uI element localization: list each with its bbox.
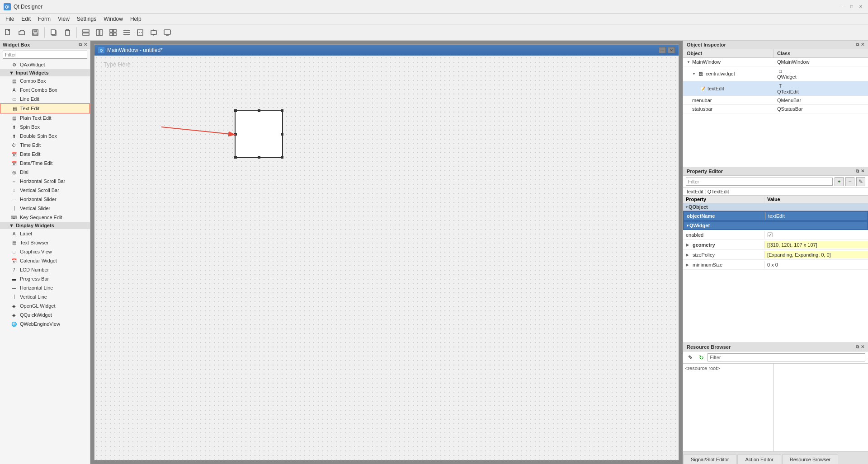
widget-item-v-scrollbar[interactable]: ↕ Vertical Scroll Bar — [0, 186, 90, 195]
widget-item-time-edit[interactable]: ⏱ Time Edit — [0, 141, 90, 150]
open-button[interactable] — [15, 26, 28, 39]
obj-row-statusbar[interactable]: statusbar QStatusBar — [683, 105, 868, 113]
widget-item-combo-box[interactable]: ▤ Combo Box — [0, 76, 90, 85]
resize-handle-bl[interactable] — [234, 156, 237, 159]
resize-handle-tc[interactable] — [258, 109, 260, 112]
res-edit-button[interactable]: ✎ — [686, 353, 695, 362]
prop-remove-button[interactable]: − — [845, 177, 854, 186]
layout-h-button[interactable] — [80, 26, 92, 39]
geometry-expand[interactable]: ▶ — [686, 243, 689, 247]
widget-item-key-sequence-edit[interactable]: ⌨ Key Sequence Edit — [0, 213, 90, 222]
menu-settings[interactable]: Settings — [73, 15, 100, 23]
res-refresh-button[interactable]: ↻ — [697, 353, 706, 362]
canvas-textedit-widget[interactable] — [235, 110, 283, 158]
widget-item-h-slider[interactable]: — Horizontal Slider — [0, 195, 90, 204]
prop-section-qwidget[interactable]: ▼ QWidget — [683, 221, 868, 230]
widget-item-progress-bar[interactable]: ▬ Progress Bar — [0, 274, 90, 283]
obj-row-textedit[interactable]: 📝 textEdit T QTextEdit — [683, 81, 868, 96]
expand-arrow[interactable]: ▼ — [692, 72, 696, 76]
widget-box-float-button[interactable]: ⧉ — [79, 42, 82, 47]
enabled-checkbox[interactable]: ☑ — [767, 231, 773, 239]
widget-item-opengl-widget[interactable]: ◈ OpenGL Widget — [0, 301, 90, 310]
tab-action-editor[interactable]: Action Editor — [737, 455, 781, 464]
minimize-button[interactable]: — — [839, 3, 846, 10]
widget-item-calendar-widget[interactable]: 📅 Calendar Widget — [0, 256, 90, 265]
widget-item-text-edit[interactable]: ▤ Text Edit — [0, 103, 90, 113]
oi-float-button[interactable]: ⧉ — [856, 42, 859, 47]
maximize-button[interactable]: □ — [848, 3, 855, 10]
widget-item-qwebengineview[interactable]: 🌐 QWebEngineView — [0, 319, 90, 328]
prop-section-qobject[interactable]: ▼ QObject — [683, 203, 868, 211]
prop-value-sizepolicy[interactable]: [Expanding, Expanding, 0, 0] — [764, 251, 868, 258]
prop-row-objectname[interactable]: objectName textEdit — [683, 211, 868, 221]
resize-handle-ml[interactable] — [234, 133, 237, 136]
prop-row-sizepolicy[interactable]: ▶ sizePolicy [Expanding, Expanding, 0, 0… — [683, 250, 868, 260]
widget-item-datetime-edit[interactable]: 📅 Date/Time Edit — [0, 159, 90, 168]
obj-row-menubar[interactable]: menubar QMenuBar — [683, 96, 868, 105]
widget-item-graphics-view[interactable]: □ Graphics View — [0, 247, 90, 256]
widget-item-v-line[interactable]: ⏐ Vertical Line — [0, 292, 90, 301]
prop-configure-button[interactable]: ✎ — [856, 177, 865, 186]
pe-float-button[interactable]: ⧉ — [856, 169, 859, 174]
resize-handle-tl[interactable] — [234, 109, 237, 112]
expand-arrow[interactable]: ▼ — [687, 60, 690, 64]
menu-window[interactable]: Window — [100, 15, 127, 23]
adjust-size-button[interactable] — [147, 26, 160, 39]
resize-handle-br[interactable] — [281, 156, 283, 159]
category-input-widgets[interactable]: ▼ Input Widgets — [0, 69, 90, 76]
paste-button[interactable] — [61, 26, 74, 39]
pe-close-button[interactable]: ✕ — [861, 169, 864, 174]
layout-grid-button[interactable] — [107, 26, 119, 39]
prop-value-minimumsize[interactable]: 0 x 0 — [764, 261, 868, 268]
res-filter-input[interactable] — [708, 353, 865, 361]
menu-view[interactable]: View — [54, 15, 73, 23]
widget-item-double-spin-box[interactable]: ⬆ Double Spin Box — [0, 131, 90, 141]
save-button[interactable] — [29, 26, 42, 39]
widget-item-h-scrollbar[interactable]: ↔ Horizontal Scroll Bar — [0, 177, 90, 186]
prop-row-enabled[interactable]: enabled ☑ — [683, 230, 868, 240]
resize-handle-bc[interactable] — [258, 156, 260, 159]
copy-button[interactable] — [47, 26, 60, 39]
preview-button[interactable] — [161, 26, 174, 39]
form-close-button[interactable]: ✕ — [668, 47, 675, 53]
menu-file[interactable]: File — [2, 15, 18, 23]
menu-help[interactable]: Help — [127, 15, 145, 23]
widget-item-qquickwidget[interactable]: ◈ QQuickWidget — [0, 310, 90, 319]
form-canvas[interactable]: Type Here — [94, 56, 679, 460]
prop-value-geometry[interactable]: [(310, 120), 107 x 107] — [764, 241, 868, 248]
tab-resource-browser[interactable]: Resource Browser — [782, 455, 838, 464]
oi-close-button[interactable]: ✕ — [861, 42, 864, 47]
prop-value-objectname[interactable]: textEdit — [765, 212, 867, 220]
minimumsize-expand[interactable]: ▶ — [686, 262, 689, 267]
widget-item-date-edit[interactable]: 📅 Date Edit — [0, 150, 90, 159]
prop-filter-input[interactable] — [686, 178, 833, 186]
widget-filter-input[interactable] — [3, 51, 87, 59]
category-display-widgets[interactable]: ▼ Display Widgets — [0, 222, 90, 229]
widget-item-line-edit[interactable]: ▭ Line Edit — [0, 94, 90, 103]
obj-row-mainwindow[interactable]: ▼ MainWindow QMainWindow — [683, 58, 868, 66]
layout-form-button[interactable] — [120, 26, 133, 39]
layout-v-button[interactable] — [93, 26, 106, 39]
widget-item-h-line[interactable]: — Horizontal Line — [0, 283, 90, 292]
widget-item-font-combo-box[interactable]: A Font Combo Box — [0, 85, 90, 94]
rb-float-button[interactable]: ⧉ — [856, 344, 859, 350]
close-button[interactable]: ✕ — [857, 3, 864, 10]
prop-row-geometry[interactable]: ▶ geometry [(310, 120), 107 x 107] — [683, 240, 868, 250]
tab-signal-slot-editor[interactable]: Signal/Slot Editor — [683, 455, 736, 464]
widget-item-qaxwidget[interactable]: ⚙ QAxWidget — [0, 60, 90, 69]
widget-item-dial[interactable]: ◎ Dial — [0, 168, 90, 177]
new-button[interactable] — [2, 26, 14, 39]
resize-handle-tr[interactable] — [281, 109, 283, 112]
prop-value-enabled[interactable]: ☑ — [764, 230, 868, 239]
widget-item-lcd-number[interactable]: 7 LCD Number — [0, 265, 90, 274]
widget-item-text-browser[interactable]: ▤ Text Browser — [0, 238, 90, 247]
widget-item-label[interactable]: A Label — [0, 229, 90, 238]
prop-add-button[interactable]: + — [835, 177, 844, 186]
menu-form[interactable]: Form — [34, 15, 54, 23]
widget-item-v-slider[interactable]: ⏐ Vertical Slider — [0, 204, 90, 213]
obj-row-centralwidget[interactable]: ▼ 🖼 centralwidget □ QWidget — [683, 66, 868, 81]
widget-box-close-button[interactable]: ✕ — [84, 42, 87, 47]
resize-handle-mr[interactable] — [281, 133, 283, 136]
menu-edit[interactable]: Edit — [18, 15, 34, 23]
sizepolicy-expand[interactable]: ▶ — [686, 253, 689, 257]
